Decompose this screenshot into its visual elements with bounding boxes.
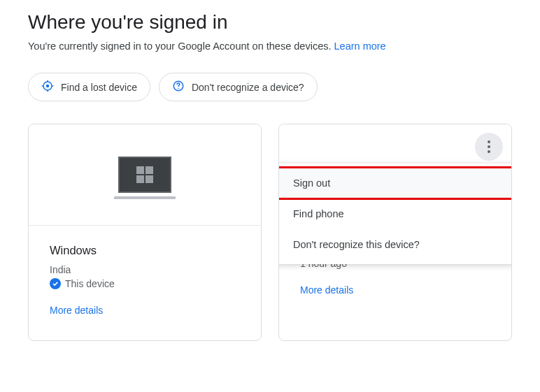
target-icon (41, 80, 54, 94)
page-subtitle: You're currently signed in to your Googl… (28, 41, 512, 52)
device-card: Windows India This device More details (28, 124, 262, 341)
more-details-link[interactable]: More details (300, 284, 353, 296)
device-illustration: Sign out Find phone Don't recognize this… (279, 124, 511, 226)
device-card: Sign out Find phone Don't recognize this… (278, 124, 512, 341)
page-title: Where you're signed in (28, 11, 512, 34)
kebab-icon (488, 140, 490, 153)
device-options-menu: Sign out Find phone Don't recognize this… (278, 164, 512, 264)
device-location: India (50, 264, 240, 275)
device-options-button[interactable] (475, 133, 503, 161)
svg-point-1 (46, 85, 50, 88)
this-device-badge: This device (50, 278, 240, 289)
device-cards: Windows India This device More details S… (28, 124, 512, 341)
subtitle-text: You're currently signed in to your Googl… (28, 41, 331, 52)
device-illustration (29, 124, 261, 226)
dont-recognize-label: Don't recognize a device? (192, 82, 304, 93)
menu-item-dont-recognize[interactable]: Don't recognize this device? (278, 229, 512, 260)
this-device-label: This device (65, 278, 115, 289)
windows-pc-icon (118, 157, 171, 193)
dont-recognize-button[interactable]: Don't recognize a device? (159, 73, 318, 101)
svg-point-7 (178, 88, 179, 89)
menu-item-sign-out[interactable]: Sign out (278, 168, 512, 198)
find-lost-device-label: Find a lost device (61, 82, 137, 93)
more-details-link[interactable]: More details (50, 305, 103, 316)
menu-item-find-phone[interactable]: Find phone (278, 198, 512, 229)
question-icon (172, 80, 185, 94)
action-pills: Find a lost device Don't recognize a dev… (28, 73, 512, 101)
learn-more-link[interactable]: Learn more (334, 41, 386, 52)
device-name: Windows (50, 244, 240, 257)
check-icon (50, 278, 61, 289)
find-lost-device-button[interactable]: Find a lost device (28, 73, 150, 101)
